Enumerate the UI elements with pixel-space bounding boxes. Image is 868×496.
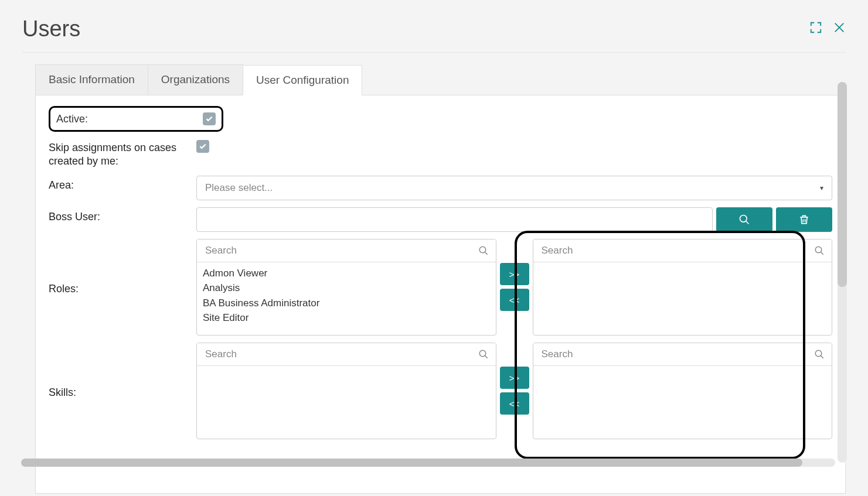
scrollbar-thumb[interactable] [21,459,802,467]
svg-point-2 [815,247,822,253]
search-icon [814,349,825,360]
roles-add-button[interactable]: >> [500,263,529,285]
boss-delete-button[interactable] [776,207,832,232]
skills-add-button[interactable]: >> [500,367,529,389]
svg-point-1 [479,247,486,253]
scrollbar-thumb[interactable] [838,82,847,287]
horizontal-scrollbar[interactable] [21,459,835,467]
roles-selected-list [533,239,833,336]
role-option[interactable]: Admon Viewer [203,266,490,281]
skills-selected-list [533,343,833,439]
tab-user-configuration[interactable]: User Configuration [243,65,362,95]
search-icon [814,245,825,256]
role-option[interactable]: BA Business Administrator [203,296,490,311]
boss-label: Boss User: [49,207,196,223]
caret-down-icon: ▾ [820,184,823,192]
vertical-scrollbar[interactable] [838,82,847,463]
skills-label: Skills: [49,383,196,399]
roles-remove-button[interactable]: << [500,289,529,311]
active-field-highlight: Active: [49,106,223,132]
active-label: Active: [56,113,88,125]
roles-label: Roles: [49,279,196,295]
roles-available-list: Admon Viewer Analysis BA Business Admini… [196,239,496,336]
search-icon [478,349,489,360]
skills-available-list [196,343,496,439]
boss-user-input[interactable] [196,207,713,232]
active-checkbox[interactable] [203,112,216,125]
role-option[interactable]: Analysis [203,281,490,296]
roles-available-search[interactable] [204,244,478,257]
area-select[interactable]: Please select... ▾ [196,176,832,200]
area-placeholder: Please select... [205,182,273,194]
tab-panel: Active: Skip assignments on cases create… [35,95,846,494]
roles-selected-search[interactable] [540,244,815,257]
svg-point-3 [479,350,486,357]
role-option[interactable]: Site Editor [203,310,490,326]
skills-remove-button[interactable]: << [500,392,529,415]
tab-basic-information[interactable]: Basic Information [35,64,148,95]
svg-point-4 [815,350,822,357]
area-label: Area: [49,176,196,191]
expand-icon[interactable] [809,21,822,37]
dialog-header: Users [22,0,846,53]
svg-point-0 [740,215,747,222]
search-icon [478,245,489,256]
tabs: Basic Information Organizations User Con… [35,64,846,95]
page-title: Users [22,16,80,42]
skip-checkbox[interactable] [196,140,209,153]
tab-organizations[interactable]: Organizations [148,64,243,95]
skip-label: Skip assignments on cases created by me: [49,138,196,169]
skills-available-search[interactable] [204,348,478,361]
boss-search-button[interactable] [716,207,772,232]
skills-selected-search[interactable] [540,348,815,361]
close-icon[interactable] [833,21,846,37]
